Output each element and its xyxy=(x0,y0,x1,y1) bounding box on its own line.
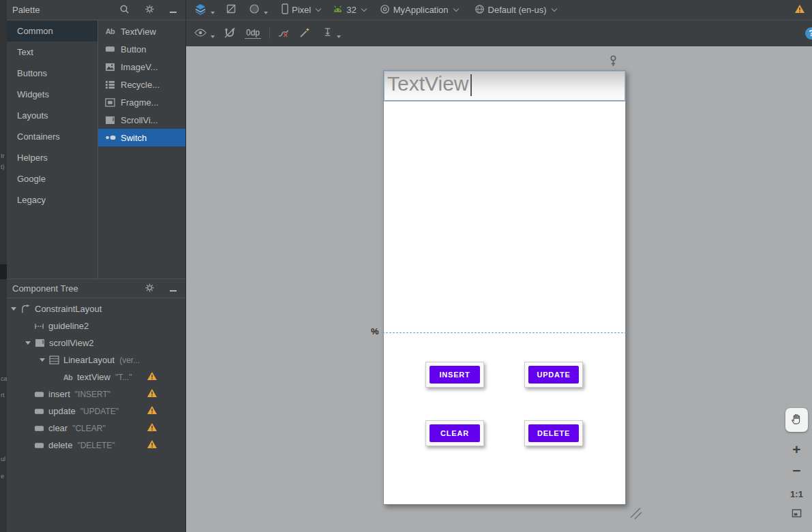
clear-constraints-button[interactable] xyxy=(277,27,289,40)
palette-item-imageview[interactable]: ImageV... xyxy=(98,58,185,76)
text-caret xyxy=(470,74,472,96)
warning-icon[interactable] xyxy=(147,388,157,400)
tree-row-textview[interactable]: Ab textView "T..." xyxy=(7,369,185,386)
minimize-icon[interactable] xyxy=(170,283,177,294)
tree-row-clear[interactable]: clear "CLEAR" xyxy=(7,420,185,437)
device-resize-handle[interactable] xyxy=(629,507,643,522)
layout-warnings-button[interactable] xyxy=(794,4,805,16)
view-options-button[interactable] xyxy=(194,28,215,40)
orientation-button[interactable] xyxy=(226,3,237,16)
zoom-to-fit-button[interactable] xyxy=(785,505,808,524)
design-surface[interactable]: TextView % INSERT UPDATE CLEAR DELETE xyxy=(186,46,812,532)
android-icon xyxy=(333,5,343,15)
palette-category-google[interactable]: Google xyxy=(7,168,97,189)
tree-row-delete[interactable]: delete "DELETE" xyxy=(7,437,185,454)
api-selector[interactable]: 32 xyxy=(333,5,365,15)
textview-component[interactable]: TextView xyxy=(384,71,625,101)
clear-button-frame: CLEAR xyxy=(425,420,484,446)
tree-row-guideline2[interactable]: guideline2 xyxy=(7,317,185,334)
insert-button-frame: INSERT xyxy=(425,362,484,388)
tree-row-linearlayout[interactable]: LinearLayout (ver... xyxy=(7,351,185,369)
chevron-down-icon[interactable] xyxy=(40,358,45,362)
pack-align-button[interactable] xyxy=(322,27,341,40)
palette-category-common[interactable]: Common xyxy=(7,20,97,42)
device-screen[interactable]: TextView % INSERT UPDATE CLEAR DELETE xyxy=(383,70,626,505)
default-margin-button[interactable]: 0dp xyxy=(245,28,261,39)
tree-row-insert[interactable]: insert "INSERT" xyxy=(7,386,185,403)
autoconnect-toggle[interactable] xyxy=(224,27,235,40)
palette-category-containers[interactable]: Containers xyxy=(7,126,97,147)
tree-node-suffix: (ver... xyxy=(119,356,140,365)
tree-node-suffix: "INSERT" xyxy=(75,390,110,399)
tree-node-label: clear xyxy=(48,423,67,433)
palette-category-legacy[interactable]: Legacy xyxy=(7,189,97,210)
palette-item-label: Fragme... xyxy=(121,97,159,108)
button-icon xyxy=(33,425,45,432)
phone-icon xyxy=(282,3,288,16)
design-surface-selector[interactable] xyxy=(194,3,215,17)
clear-constraints-icon xyxy=(277,27,289,40)
component-tree-rows: ConstraintLayout guideline2 scrollView2 … xyxy=(7,298,185,454)
chevron-down-icon[interactable] xyxy=(25,341,31,345)
chevron-down-icon[interactable] xyxy=(11,307,16,311)
palette-category-layouts[interactable]: Layouts xyxy=(7,105,97,126)
magnet-off-icon xyxy=(224,27,235,40)
warning-icon[interactable] xyxy=(147,371,157,383)
insert-button[interactable]: INSERT xyxy=(430,366,480,384)
palette-item-button[interactable]: Button xyxy=(98,40,185,58)
update-button[interactable]: UPDATE xyxy=(528,366,579,384)
tool-window-label-fragment: t) xyxy=(1,163,5,170)
tree-node-suffix: "UPDATE" xyxy=(80,407,119,416)
minimize-icon[interactable] xyxy=(170,5,177,15)
tree-node-suffix: "CLEAR" xyxy=(72,424,106,433)
tree-row-update[interactable]: update "UPDATE" xyxy=(7,403,185,420)
guideline-percent-marker[interactable]: % xyxy=(371,326,379,337)
pan-tool-button[interactable] xyxy=(785,408,808,432)
tree-row-constraintlayout[interactable]: ConstraintLayout xyxy=(7,300,185,317)
imageview-icon xyxy=(104,63,116,72)
tool-window-label-fragment: Ir xyxy=(1,153,5,159)
tool-window-notch xyxy=(0,264,7,279)
palette-category-text[interactable]: Text xyxy=(7,42,97,63)
component-tree-panel: Component Tree ConstraintLayout guidelin… xyxy=(7,279,186,532)
night-mode-selector[interactable] xyxy=(249,3,268,16)
zoom-out-button[interactable]: − xyxy=(785,461,808,480)
tree-row-scrollview2[interactable]: scrollView2 xyxy=(7,334,185,351)
warning-icon[interactable] xyxy=(147,405,157,417)
app-theme-icon xyxy=(380,4,390,16)
tree-node-label: scrollView2 xyxy=(49,338,94,348)
tool-window-bar: Ir t) ca rt ul e xyxy=(0,0,7,532)
key-icon xyxy=(609,55,618,69)
gear-icon[interactable] xyxy=(145,283,155,295)
search-icon[interactable] xyxy=(119,4,130,16)
palette-panel: Palette Common Text Buttons Widgets Layo… xyxy=(7,0,186,279)
device-selector[interactable]: Pixel xyxy=(282,3,320,16)
palette-category-helpers[interactable]: Helpers xyxy=(7,147,97,168)
palette-item-textview[interactable]: Ab TextView xyxy=(98,22,185,40)
palette-item-fragmentcontainer[interactable]: Fragme... xyxy=(98,93,185,111)
palette-category-widgets[interactable]: Widgets xyxy=(7,84,97,105)
zoom-in-button[interactable]: + xyxy=(785,440,808,459)
warning-icon[interactable] xyxy=(147,439,157,451)
gear-icon[interactable] xyxy=(145,4,155,16)
help-button[interactable]: ? xyxy=(805,27,812,40)
zoom-actual-size-button[interactable]: 1:1 xyxy=(785,484,808,503)
palette-category-buttons[interactable]: Buttons xyxy=(7,63,97,84)
chevron-down-icon xyxy=(316,5,321,11)
clear-button[interactable]: CLEAR xyxy=(430,424,480,442)
locale-selector[interactable]: Default (en-us) xyxy=(475,4,556,16)
palette-item-switch[interactable]: Switch xyxy=(98,129,185,146)
horizontal-guideline[interactable]: % xyxy=(382,332,627,333)
palette-categories: Common Text Buttons Widgets Layouts Cont… xyxy=(7,20,97,279)
palette-title: Palette xyxy=(12,5,40,15)
warning-icon[interactable] xyxy=(147,422,157,434)
theme-selector[interactable]: MyApplication xyxy=(380,4,458,16)
infer-constraints-button[interactable] xyxy=(299,27,311,40)
chevron-down-icon xyxy=(211,35,215,38)
button-icon xyxy=(33,391,45,398)
palette-item-scrollview[interactable]: ScrollVi... xyxy=(98,111,185,129)
palette-item-recyclerview[interactable]: Recycle... xyxy=(98,76,185,93)
delete-button[interactable]: DELETE xyxy=(528,424,579,442)
design-toolbar-bottom: 0dp ? xyxy=(186,20,812,46)
textview-icon: Ab xyxy=(62,373,74,381)
